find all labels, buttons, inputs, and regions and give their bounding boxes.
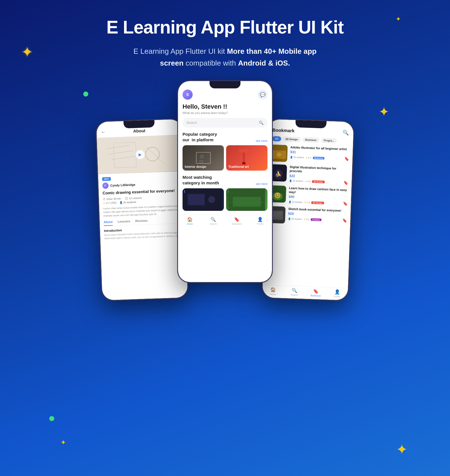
phone-left: ← About ▶ <box>95 118 189 301</box>
bookmark-icon-3[interactable]: 🔖 <box>343 202 348 206</box>
nav-bookmark-label-right: Bookmark <box>310 294 321 297</box>
nav-profile-right[interactable]: 👤 Profile <box>326 289 348 298</box>
author-row: C Cyndy Lillibridge <box>102 180 180 189</box>
nav-profile-label: Profile <box>257 223 264 225</box>
search-placeholder: Search <box>186 121 256 125</box>
hot-badge: HOT <box>102 177 111 181</box>
phone-center: S 💬 Hello, Steven !! What do you wanna l… <box>177 80 273 283</box>
profile-icon-right: 👤 <box>334 289 340 295</box>
nav-bookmark-right[interactable]: 🔖 Bookmark <box>305 288 327 298</box>
svg-rect-14 <box>188 194 205 205</box>
thumb-illustration-1 <box>270 144 288 162</box>
svg-text:😊: 😊 <box>274 192 281 199</box>
course-item-1: Adobe illustrator for all beginner artis… <box>270 144 350 164</box>
course-info-3: Learn how to draw cartoon face in easy w… <box>289 186 348 206</box>
tab-lessons[interactable]: Lessons <box>118 220 130 226</box>
nav-home-right[interactable]: 🏠 Home <box>262 287 284 296</box>
about-screen: ← About ▶ <box>96 119 188 300</box>
page-title: E Learning App Flutter UI Kit <box>11 17 439 38</box>
category-badge-2: 3D Design <box>312 180 325 184</box>
course-info-4: Sketch book essential for everyone! $28 … <box>288 207 348 223</box>
course-tabs: About Lessons Reviews <box>104 218 181 227</box>
star-icon: ★ <box>103 202 105 205</box>
bookmark-screen: Bookmark 🔍 All 3D Design Business Progra… <box>262 119 354 300</box>
back-button[interactable]: ← <box>101 129 106 135</box>
svg-point-15 <box>208 196 215 203</box>
nav-search[interactable]: 🔍 Search <box>202 217 225 225</box>
filter-all[interactable]: All <box>272 136 281 142</box>
watching-card-1[interactable]: HOT <box>183 188 224 211</box>
filter-3ddesign[interactable]: 3D Design <box>283 137 301 142</box>
students-count: 👤 2k students <box>119 201 136 204</box>
category-traditional[interactable]: Traditional art <box>226 145 267 171</box>
profile-nav-icon: 👤 <box>257 217 263 222</box>
star-decoration-4: ✦ <box>60 439 66 446</box>
search-bar[interactable]: Search 🔍 <box>183 118 267 128</box>
watching-title: Most watchingcategory in month <box>183 175 219 186</box>
nav-home[interactable]: 🏠 Home <box>178 217 202 225</box>
greeting-subtitle: What do you wanna learn today? <box>183 111 267 115</box>
phone-notch-left <box>123 120 155 128</box>
rating-3: ★ 4.3 <box>304 201 310 204</box>
nav-profile[interactable]: 👤 Profile <box>249 217 272 225</box>
students-2: 👤 2k student <box>289 180 303 183</box>
students-4: 👤 2k student <box>288 218 302 221</box>
category-interior[interactable]: Interior design <box>183 145 224 171</box>
card2-bg <box>226 188 267 211</box>
intro-text: Ipsum quam imperdiet mollis massa bibend… <box>104 231 182 241</box>
search-icon: 🔍 <box>259 120 264 125</box>
tab-reviews[interactable]: Reviews <box>135 219 148 225</box>
home-icon-right: 🏠 <box>270 287 276 293</box>
course-meta-4: 👤 2k student ★ 4.0 Creative 🔖 <box>288 216 347 223</box>
author-avatar: C <box>102 182 109 189</box>
search-icon-right: 🔍 <box>292 288 298 293</box>
category-grid: Interior design Traditional art <box>178 145 272 175</box>
chat-button[interactable]: 💬 <box>258 90 267 99</box>
see-more-watching[interactable]: see more <box>256 182 267 186</box>
dot-decoration-3 <box>49 416 54 421</box>
hero-drawing: ▶ <box>97 135 183 175</box>
watching-card-2[interactable]: NEW <box>226 188 267 211</box>
students-1: 👤 4k student <box>290 156 304 159</box>
bookmark-icon-1[interactable]: 🔖 <box>344 157 349 162</box>
category-badge-3: 3D Design <box>311 201 324 204</box>
home-icon: 🏠 <box>187 217 193 222</box>
card1-bg <box>183 188 224 211</box>
see-more-popular[interactable]: see more <box>256 139 267 142</box>
tab-about[interactable]: About <box>104 220 112 226</box>
category-badge-1: Business <box>313 157 325 159</box>
bookmark-nav-icon: 🔖 <box>234 217 240 222</box>
home-screen: S 💬 Hello, Steven !! What do you wanna l… <box>178 81 272 282</box>
greeting-text: Hello, Steven !! <box>183 103 267 110</box>
course-name-3: Learn how to draw cartoon face in easy w… <box>289 186 348 196</box>
course-item-3: 😊 Learn how to draw cartoon face in easy… <box>269 185 348 206</box>
nav-bookmark[interactable]: 🔖 Bookmark <box>225 217 249 225</box>
svg-rect-17 <box>233 197 261 207</box>
bookmark-icon-2[interactable]: 🔖 <box>343 180 348 185</box>
about-screen-title: About <box>133 128 145 134</box>
filter-programming[interactable]: Progra... <box>321 138 337 144</box>
course-list: Adobe illustrator for all beginner artis… <box>263 144 353 288</box>
bottom-nav-right: 🏠 Home 🔍 Search 🔖 Bookmark 👤 Profile <box>262 285 348 301</box>
traditional-label: Traditional art <box>228 165 249 168</box>
category-badge-4: Creative <box>311 218 321 221</box>
filter-business[interactable]: Business <box>302 137 320 143</box>
user-avatar[interactable]: S <box>183 90 193 100</box>
nav-search-right[interactable]: 🔍 Search <box>284 287 305 297</box>
svg-point-11 <box>239 149 249 153</box>
bottom-nav-center: 🏠 Home 🔍 Search 🔖 Bookmark 👤 Profile <box>178 215 272 227</box>
course-info-2: Digital illustration technique for procr… <box>289 165 349 185</box>
svg-point-8 <box>200 155 204 158</box>
course-meta-2: 👤 2k student ★ 4.9 3D Design 🔖 <box>289 178 348 185</box>
watching-grid: HOT NEW <box>183 188 267 211</box>
course-item-2: 🍌 Digital illustration technique for pro… <box>269 164 349 185</box>
about-body: HOT C Cyndy Lillibridge Comic drawing es… <box>98 171 188 300</box>
search-icon-bookmark[interactable]: 🔍 <box>343 129 349 136</box>
bookmark-icon-4[interactable]: 🔖 <box>342 218 347 223</box>
nav-search-label: Search <box>210 223 217 225</box>
popular-category-title: Popular categoryour in platform <box>183 131 217 142</box>
phone-right: Bookmark 🔍 All 3D Design Business Progra… <box>261 118 355 301</box>
lessons: 📋 12 Lessons <box>125 196 142 200</box>
rating-4: ★ 4.0 <box>303 218 309 221</box>
popular-category-header: Popular categoryour in platform see more <box>178 131 272 142</box>
